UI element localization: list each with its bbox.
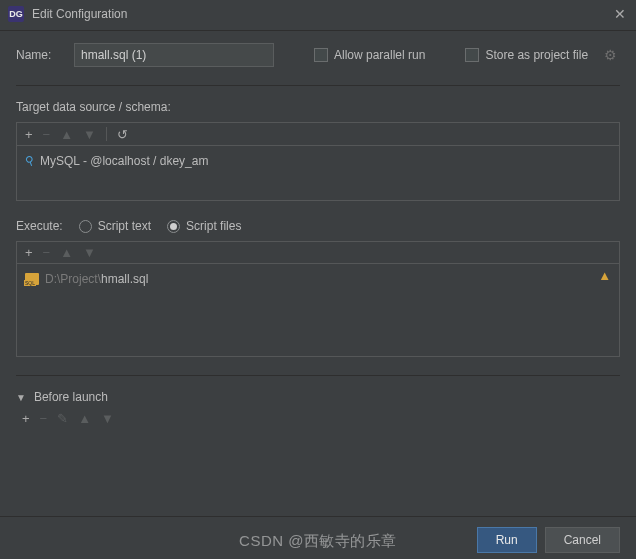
database-icon: ⚲ [23, 153, 36, 169]
separator [106, 127, 107, 141]
edit-icon: ✎ [57, 412, 68, 425]
execute-label: Execute: [16, 219, 63, 233]
datasource-toolbar: + − ▲ ▼ ↺ [17, 123, 619, 146]
remove-icon: − [43, 246, 51, 259]
checkbox-icon [314, 48, 328, 62]
add-icon[interactable]: + [25, 246, 33, 259]
before-launch-toggle[interactable]: ▼ Before launch [16, 390, 620, 404]
datasource-label: Target data source / schema: [16, 100, 620, 114]
name-label: Name: [16, 48, 64, 62]
allow-parallel-checkbox[interactable]: Allow parallel run [314, 48, 425, 62]
sql-file-icon [25, 273, 39, 285]
app-icon: DG [8, 6, 24, 22]
radio-script-text[interactable]: Script text [79, 219, 151, 233]
datasource-text: MySQL - @localhost / dkey_am [40, 154, 208, 168]
down-icon: ▼ [101, 412, 114, 425]
radio-icon [79, 220, 92, 233]
warning-icon[interactable]: ▲ [598, 268, 611, 283]
up-icon: ▲ [78, 412, 91, 425]
down-icon: ▼ [83, 128, 96, 141]
before-launch-toolbar: + − ✎ ▲ ▼ [16, 410, 620, 431]
files-toolbar: + − ▲ ▼ [17, 242, 619, 264]
window-title: Edit Configuration [32, 7, 127, 21]
store-project-label: Store as project file [485, 48, 588, 62]
close-icon[interactable]: ✕ [614, 6, 626, 22]
radio-script-files[interactable]: Script files [167, 219, 241, 233]
remove-icon: − [40, 412, 48, 425]
radio-icon [167, 220, 180, 233]
datasource-panel: + − ▲ ▼ ↺ ⚲ MySQL - @localhost / dkey_am [16, 122, 620, 201]
allow-parallel-label: Allow parallel run [334, 48, 425, 62]
divider [16, 375, 620, 376]
footer: Run Cancel [0, 516, 636, 559]
checkbox-icon [465, 48, 479, 62]
radio-script-files-label: Script files [186, 219, 241, 233]
file-item[interactable]: D:\Project\hmall.sql [25, 270, 611, 288]
down-icon: ▼ [83, 246, 96, 259]
store-project-checkbox[interactable]: Store as project file [465, 48, 588, 62]
file-path: D:\Project\hmall.sql [45, 272, 148, 286]
gear-icon[interactable]: ⚙ [604, 47, 617, 63]
files-panel: + − ▲ ▼ D:\Project\hmall.sql ▲ [16, 241, 620, 357]
up-icon: ▲ [60, 128, 73, 141]
name-input[interactable] [74, 43, 274, 67]
divider [16, 85, 620, 86]
datasource-item[interactable]: ⚲ MySQL - @localhost / dkey_am [25, 152, 611, 170]
before-launch-label: Before launch [34, 390, 108, 404]
up-icon: ▲ [60, 246, 73, 259]
remove-icon: − [43, 128, 51, 141]
titlebar: DG Edit Configuration ✕ [0, 0, 636, 31]
add-icon[interactable]: + [22, 412, 30, 425]
cancel-button[interactable]: Cancel [545, 527, 620, 553]
chevron-down-icon: ▼ [16, 392, 26, 403]
run-button[interactable]: Run [477, 527, 537, 553]
radio-script-text-label: Script text [98, 219, 151, 233]
add-icon[interactable]: + [25, 128, 33, 141]
history-icon[interactable]: ↺ [117, 128, 128, 141]
